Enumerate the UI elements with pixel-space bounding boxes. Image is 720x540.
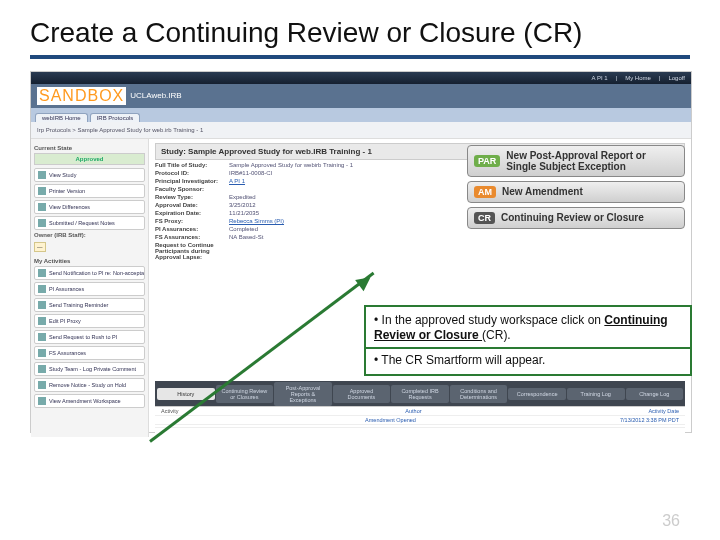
- owner-heading: Owner (IRB Staff):: [34, 232, 145, 238]
- lbl-fs-assur: FS Assurances:: [155, 234, 225, 240]
- title-rule: [30, 55, 690, 59]
- badge-par: PAR: [474, 155, 500, 167]
- activity-send-rush[interactable]: Send Request to Rush to PI: [34, 330, 145, 344]
- activity-send-notification[interactable]: Send Notification to PI re: Non-acceptan…: [34, 266, 145, 280]
- callout-line2: • The CR Smartform will appear.: [374, 353, 682, 368]
- owner-tag: —: [34, 242, 46, 252]
- lbl-protocol-id: Protocol ID:: [155, 170, 225, 176]
- badge-cr: CR: [474, 212, 495, 224]
- lbl-review-type: Review Type:: [155, 194, 225, 200]
- logoff-link[interactable]: Logoff: [668, 75, 685, 81]
- page-number: 36: [662, 512, 680, 530]
- lbl-request: Request to Continue Participants during …: [155, 242, 225, 260]
- activity-study-team[interactable]: Study Team - Log Private Comment: [34, 362, 145, 376]
- activity-pi-assurances[interactable]: PI Assurances: [34, 282, 145, 296]
- printer-version[interactable]: Printer Version: [34, 184, 145, 198]
- activity-view-amendment[interactable]: View Amendment Workspace: [34, 394, 145, 408]
- my-activities-heading: My Activities: [34, 258, 145, 264]
- submitted-request-notes[interactable]: Submitted / Request Notes: [34, 216, 145, 230]
- tab-approved-docs[interactable]: Approved Documents: [333, 385, 391, 403]
- tab-par-reports[interactable]: Post-Approval Reports & Exceptions: [274, 382, 332, 406]
- my-home-link[interactable]: My Home: [625, 75, 651, 81]
- lbl-full-title: Full Title of Study:: [155, 162, 225, 168]
- logo-bar: SANDBOX UCLAweb.IRB: [31, 84, 691, 108]
- current-state-heading: Current State: [34, 145, 145, 151]
- activity-edit-pi-proxy[interactable]: Edit PI Proxy: [34, 314, 145, 328]
- lbl-pi-assur: PI Assurances:: [155, 226, 225, 232]
- lower-tabs: History Continuing Review or Closures Po…: [155, 381, 685, 407]
- btn-new-amendment[interactable]: AM New Amendment: [467, 181, 685, 203]
- lbl-approval-date: Approval Date:: [155, 202, 225, 208]
- page-title: Create a Continuing Review or Closure (C…: [30, 18, 690, 49]
- view-differences[interactable]: View Differences: [34, 200, 145, 214]
- sandbox-logo: SANDBOX: [37, 87, 126, 105]
- screenshot-frame: A PI 1 | My Home | Logoff SANDBOX UCLAwe…: [30, 71, 692, 433]
- user-label: A PI 1: [592, 75, 608, 81]
- nav-tabs: webIRB Home IRB Protocols: [31, 108, 691, 122]
- lbl-expiration-date: Expiration Date:: [155, 210, 225, 216]
- activity-fs-assurances[interactable]: FS Assurances: [34, 346, 145, 360]
- tab-change-log[interactable]: Change Log: [626, 388, 684, 400]
- study-main: Study: Sample Approved Study for web.IRB…: [149, 139, 691, 437]
- badge-am: AM: [474, 186, 496, 198]
- app-topbar: A PI 1 | My Home | Logoff: [31, 72, 691, 84]
- lbl-fs: Faculty Sponsor:: [155, 186, 225, 192]
- product-name: UCLAweb.IRB: [130, 91, 181, 100]
- tab-correspondence[interactable]: Correspondence: [508, 388, 566, 400]
- sidebar: Current State Approved View Study Printe…: [31, 139, 149, 437]
- state-approved: Approved: [34, 153, 145, 165]
- activity-remove-notice[interactable]: Remove Notice - Study on Hold: [34, 378, 145, 392]
- tab-webirb-home[interactable]: webIRB Home: [35, 113, 88, 122]
- lbl-pi: Principal Investigator:: [155, 178, 225, 184]
- view-study[interactable]: View Study: [34, 168, 145, 182]
- tab-completed-irb[interactable]: Completed IRB Requests: [391, 385, 449, 403]
- tab-irb-protocols[interactable]: IRB Protocols: [90, 113, 141, 122]
- btn-continuing-review[interactable]: CR Continuing Review or Closure: [467, 207, 685, 229]
- lbl-fs-proxy: FS Proxy:: [155, 218, 225, 224]
- btn-new-par[interactable]: PAR New Post-Approval Report or Single S…: [467, 145, 685, 177]
- tab-conditions[interactable]: Conditions and Determinations: [450, 385, 508, 403]
- breadcrumb: Irp Protocols > Sample Approved Study fo…: [31, 122, 691, 139]
- history-list: ActivityAuthorActivity Date Amendment Op…: [155, 406, 685, 437]
- action-buttons: PAR New Post-Approval Report or Single S…: [467, 141, 685, 233]
- callout-box: • In the approved study workspace click …: [364, 305, 692, 376]
- tab-training-log[interactable]: Training Log: [567, 388, 625, 400]
- callout-line1: • In the approved study workspace click …: [374, 313, 682, 343]
- activity-send-training[interactable]: Send Training Reminder: [34, 298, 145, 312]
